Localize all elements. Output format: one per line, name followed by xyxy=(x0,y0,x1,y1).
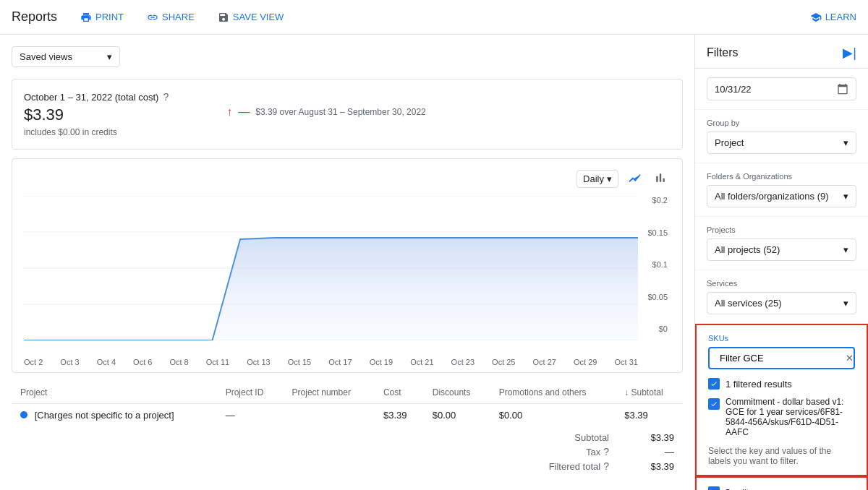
learn-button[interactable]: LEARN xyxy=(810,12,856,23)
share-button[interactable]: SHARE xyxy=(141,9,200,26)
print-button[interactable]: PRINT xyxy=(75,9,129,26)
services-label: Services xyxy=(707,279,856,288)
table-footer: Subtotal $3.39 Tax ? — Filtered total ? … xyxy=(12,426,683,478)
cost-comparison: $3.39 over August 31 – September 30, 202… xyxy=(255,107,426,117)
filtered-total-row: Filtered total ? $3.39 xyxy=(549,460,674,472)
col-project-id: Project ID xyxy=(217,382,284,404)
chevron-down-icon: ▾ xyxy=(107,51,112,62)
group-by-label: Group by xyxy=(707,119,856,127)
services-section: Services All services (25) ▾ xyxy=(695,270,868,324)
projects-chevron-icon: ▾ xyxy=(843,244,848,255)
subtotal-cell: $3.39 xyxy=(616,404,683,427)
filtered-total-label: Filtered total ? xyxy=(549,460,609,472)
credits-collapse-icon[interactable]: ▴ xyxy=(850,487,855,491)
chart-container: Daily ▾ xyxy=(12,158,683,373)
cost-up-arrow-icon: ↑ xyxy=(226,106,232,119)
col-subtotal: ↓ Subtotal xyxy=(616,382,683,404)
services-chevron-icon: ▾ xyxy=(843,298,848,309)
group-by-select[interactable]: Project ▾ xyxy=(707,132,856,154)
chart-period-select[interactable]: Daily ▾ xyxy=(576,170,618,188)
line-chart-icon[interactable] xyxy=(624,168,644,190)
topbar: Reports PRINT SHARE SAVE VIEW LEARN xyxy=(0,0,868,35)
folders-label: Folders & Organizations xyxy=(707,172,856,181)
data-table: Project Project ID Project number Cost D… xyxy=(12,382,683,426)
date-filter[interactable]: 10/31/22 xyxy=(707,77,856,100)
sku-filter-result: 1 filtered results xyxy=(708,375,855,392)
save-view-button[interactable]: SAVE VIEW xyxy=(212,9,290,26)
col-discounts: Discounts xyxy=(424,382,490,404)
project-dot xyxy=(20,411,27,418)
period-chevron-down-icon: ▾ xyxy=(607,173,612,184)
cost-period: October 1 – 31, 2022 (total cost) ? xyxy=(24,91,169,103)
sidebar: Filters ▶| 10/31/22 Group by Project ▾ F… xyxy=(694,35,868,490)
folders-chevron-icon: ▾ xyxy=(843,191,848,202)
filtered-total-help-icon[interactable]: ? xyxy=(603,460,609,472)
tax-row: Tax ? — xyxy=(586,446,674,457)
content-area: Saved views ▾ October 1 – 31, 2022 (tota… xyxy=(0,35,694,490)
services-select[interactable]: All services (25) ▾ xyxy=(707,292,856,314)
sku-item-text: Commitment - dollar based v1: GCE for 1 … xyxy=(726,397,855,437)
sku-all-checkbox[interactable] xyxy=(708,378,720,390)
cost-summary: October 1 – 31, 2022 (total cost) ? $3.3… xyxy=(12,79,683,150)
tax-value: — xyxy=(638,447,674,457)
saved-views-row: Saved views ▾ xyxy=(12,46,683,67)
chart-x-labels: Oct 2 Oct 3 Oct 4 Oct 6 Oct 8 Oct 11 Oct… xyxy=(24,355,638,372)
sidebar-header: Filters ▶| xyxy=(695,35,868,69)
col-cost: Cost xyxy=(375,382,424,404)
subtotal-row: Subtotal $3.39 xyxy=(574,432,674,443)
main-layout: Saved views ▾ October 1 – 31, 2022 (tota… xyxy=(0,35,868,490)
tax-help-icon[interactable]: ? xyxy=(603,446,609,457)
subtotal-label: Subtotal xyxy=(574,432,609,443)
cost-amount: $3.39 xyxy=(24,106,169,124)
table-row: [Charges not specific to a project] — $3… xyxy=(12,404,683,427)
discounts-cell: $0.00 xyxy=(424,404,490,427)
sku-search-box[interactable]: ✕ xyxy=(708,347,855,369)
col-project: Project xyxy=(12,382,217,404)
cost-help-icon[interactable]: ? xyxy=(163,91,169,103)
credits-section: Credits ▴ Discounts ? xyxy=(695,476,868,490)
skus-section: SKUs ✕ 1 filtered results Commitment - d… xyxy=(695,324,868,476)
folders-select[interactable]: All folders/organizations (9) ▾ xyxy=(707,185,856,207)
folders-section: Folders & Organizations All folders/orga… xyxy=(695,163,868,217)
promotions-cell: $0.00 xyxy=(490,404,616,427)
page-title: Reports xyxy=(12,9,57,25)
bar-chart-icon[interactable] xyxy=(650,168,671,190)
filtered-total-value: $3.39 xyxy=(638,461,674,472)
print-icon xyxy=(80,12,92,23)
cost-dash: — xyxy=(238,106,250,119)
skus-label: SKUs xyxy=(708,334,855,343)
chart-svg xyxy=(24,196,638,340)
cost-change: ↑ — $3.39 over August 31 – September 30,… xyxy=(226,91,426,119)
projects-label: Projects xyxy=(707,225,856,234)
sku-clear-icon[interactable]: ✕ xyxy=(846,353,854,364)
col-project-number: Project number xyxy=(284,382,375,404)
chart-toolbar: Daily ▾ xyxy=(24,168,671,190)
chart-area: $0.2 $0.15 $0.1 $0.05 $0 xyxy=(24,196,671,355)
sku-search-input[interactable] xyxy=(720,353,841,364)
cost-cell: $3.39 xyxy=(375,404,424,427)
learn-icon xyxy=(810,12,822,23)
projects-select[interactable]: All projects (52) ▾ xyxy=(707,238,856,261)
project-cell: [Charges not specific to a project] xyxy=(12,404,217,427)
share-icon xyxy=(147,12,158,23)
projects-section: Projects All projects (52) ▾ xyxy=(695,217,868,270)
group-by-section: Group by Project ▾ xyxy=(695,110,868,163)
date-filter-section: 10/31/22 xyxy=(695,69,868,110)
project-id-cell: — xyxy=(217,404,284,427)
sku-item: Commitment - dollar based v1: GCE for 1 … xyxy=(708,392,855,442)
save-icon xyxy=(218,12,229,23)
sku-item-checkbox[interactable] xyxy=(708,398,720,410)
group-by-chevron-icon: ▾ xyxy=(843,137,848,148)
saved-views-select[interactable]: Saved views ▾ xyxy=(12,46,120,67)
sort-icon: ↓ xyxy=(624,387,629,397)
col-promotions: Promotions and others xyxy=(490,382,616,404)
sidebar-title: Filters xyxy=(707,46,739,59)
subtotal-value: $3.39 xyxy=(638,432,674,443)
project-number-cell xyxy=(284,404,375,427)
credits-title: Credits ▴ xyxy=(708,486,855,490)
expand-sidebar-icon[interactable]: ▶| xyxy=(843,45,856,61)
sku-hint: Select the key and values of the labels … xyxy=(708,446,855,466)
cost-main: October 1 – 31, 2022 (total cost) ? $3.3… xyxy=(24,91,169,137)
chart-y-labels: $0.2 $0.15 $0.1 $0.05 $0 xyxy=(642,196,671,333)
credits-minus-checkbox[interactable] xyxy=(708,486,720,490)
